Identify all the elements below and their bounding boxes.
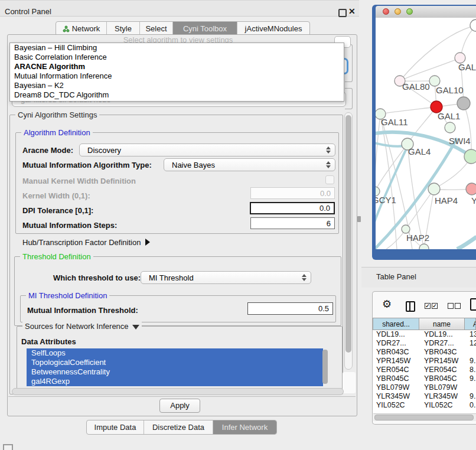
mi-steps-field[interactable]: 6 (250, 217, 335, 229)
network-canvas[interactable]: GALGAL80GAL10GAL1GAL11SWI4GAL4GCY1HAP4YH… (376, 18, 476, 249)
close-traffic-light-icon[interactable] (383, 8, 389, 15)
table-row[interactable]: YDL19...YDL19...13 (373, 330, 476, 339)
table-row[interactable]: YDR27...YDR27...12 (373, 339, 476, 348)
network-node[interactable] (470, 19, 476, 31)
node-label: SWI4 (449, 136, 471, 146)
sources-group-toggle[interactable]: Sources for Network Inference (22, 322, 142, 331)
mi-threshold-field[interactable]: 0.5 (247, 302, 333, 315)
data-attribute-item[interactable]: gal4RGexp (27, 377, 323, 386)
table-cell (465, 348, 476, 357)
table-cell: YER054C (419, 366, 465, 374)
table-cell: 13 (465, 330, 476, 339)
network-view-window[interactable]: GALGAL80GAL10GAL1GAL11SWI4GAL4GCY1HAP4YH… (372, 5, 476, 260)
tab-network[interactable]: Network (56, 22, 107, 35)
table-row[interactable]: YBR045CYBR045C9. (373, 374, 476, 383)
collapse-arrow-icon (132, 325, 139, 330)
network-node[interactable] (428, 183, 440, 195)
network-node[interactable] (445, 122, 455, 133)
table-row[interactable]: YLR345WYLR345W9. (373, 392, 476, 401)
settings-scrollbar-thumb[interactable] (345, 115, 351, 353)
table-row[interactable]: YBL079WYBL079W (373, 383, 476, 392)
algorithm-option[interactable]: ARACNE Algorithm (10, 62, 344, 71)
column-header[interactable]: shared... (373, 318, 419, 330)
tab-bar-bottom: Impute DataDiscretize DataInfer Network (86, 420, 277, 435)
attributes-scrollbar-thumb[interactable] (322, 350, 328, 384)
algorithm-definition-title: Algorithm Definition (21, 128, 93, 137)
which-threshold-combo[interactable]: MI Threshold (141, 271, 311, 284)
table-cell: YDL19... (419, 330, 465, 339)
table-row[interactable]: YBR043CYBR043C (373, 348, 476, 357)
algorithm-option[interactable]: Bayesian – Hill Climbing (10, 43, 344, 53)
horizontal-scrollbar[interactable] (12, 388, 344, 395)
mi-type-combo[interactable]: Naive Bayes (164, 158, 335, 171)
table-cell: YLR345W (419, 392, 465, 401)
close-icon[interactable]: ✕ (348, 6, 356, 16)
apply-button[interactable]: Apply (159, 399, 200, 413)
manual-kernel-label: Manual Kernel Width Definition (22, 177, 136, 185)
algorithm-option[interactable]: Bayesian – K2 (10, 81, 344, 90)
tab-impute-data[interactable]: Impute Data (87, 420, 144, 434)
node-label: HAP4 (435, 195, 458, 206)
table-panel-title: Table Panel (376, 272, 416, 281)
float-panel-icon[interactable] (338, 9, 347, 17)
combo-arrows-icon (302, 274, 307, 281)
gear-icon[interactable]: ⚙ (382, 299, 392, 309)
network-node[interactable] (402, 225, 410, 233)
table-row[interactable]: YER054CYER054C8. (373, 366, 476, 374)
column-header[interactable]: A (465, 318, 476, 330)
table-cell: 0. (465, 401, 476, 410)
select-all-checkbox-icon[interactable]: ✓ (432, 303, 438, 309)
data-attributes-label: Data Attributes (21, 337, 76, 346)
network-node[interactable] (419, 244, 429, 249)
data-attributes-list: SelfLoopsTopologicalCoefficientBetweenne… (27, 348, 323, 386)
which-threshold-label: Which threshold to use: (53, 273, 141, 282)
algorithm-option[interactable]: Mutual Information Inference (10, 71, 344, 81)
aracne-mode-combo[interactable]: Discovery (79, 144, 335, 156)
scrollbar-corner (343, 372, 356, 393)
tab-label: Cyni Toolbox (183, 24, 227, 33)
combo-arrows-icon (326, 146, 331, 154)
table-cell: YBR043C (419, 348, 465, 357)
data-attribute-item[interactable]: SelfLoops (27, 348, 323, 358)
table-row[interactable]: YIL052CYIL052C0. (373, 401, 476, 410)
split-handle[interactable] (357, 216, 361, 222)
tab-jactivemnodules[interactable]: jActiveMNodules (237, 22, 309, 35)
network-node[interactable] (457, 97, 470, 110)
new-table-icon[interactable] (470, 298, 476, 311)
table-hscrollbar-thumb[interactable] (374, 415, 474, 420)
tab-infer-network[interactable]: Infer Network (213, 420, 276, 434)
table-row[interactable]: YPR145WYPR145W9. (373, 357, 476, 366)
manual-kernel-checkbox[interactable] (325, 175, 334, 184)
node-label: GAL80 (402, 81, 430, 92)
tab-discretize-data[interactable]: Discretize Data (144, 420, 213, 434)
network-node[interactable] (464, 149, 476, 164)
select-all-checkbox-icon[interactable]: ✓ (425, 303, 431, 309)
tab-style[interactable]: Style (107, 22, 140, 35)
node-label: GAL (458, 62, 476, 72)
kernel-width-field[interactable]: 0.0 (250, 187, 335, 199)
minimize-traffic-light-icon[interactable] (395, 8, 401, 15)
minimized-panel-icon[interactable] (3, 444, 13, 450)
table-cell: 12 (465, 339, 476, 348)
data-attribute-item[interactable]: TopologicalCoefficient (27, 358, 323, 367)
column-layout-icon[interactable] (406, 301, 415, 312)
hub-definition-toggle[interactable]: Hub/Transcription Factor Definition (22, 238, 150, 247)
sources-group-title: Sources for Network Inference (25, 322, 129, 331)
table-cell: YBR045C (373, 374, 419, 383)
dpi-tolerance-field[interactable]: 0.0 (250, 202, 335, 214)
network-window-titlebar[interactable] (376, 6, 476, 18)
column-header[interactable]: name (419, 318, 465, 330)
zoom-traffic-light-icon[interactable] (406, 8, 413, 15)
table-cell: YBL079W (419, 383, 465, 392)
node-label: GCY1 (376, 195, 396, 205)
deselect-all-checkbox-icon[interactable] (448, 303, 454, 309)
algorithm-option[interactable]: Basic Correlation Inference (10, 53, 344, 62)
table-cell: 9. (465, 357, 476, 366)
data-attribute-item[interactable]: BetweennessCentrality (27, 367, 323, 377)
tab-select[interactable]: Select (140, 22, 173, 35)
control-panel-titlebar (0, 0, 359, 17)
tab-cyni-toolbox[interactable]: Cyni Toolbox (173, 22, 237, 35)
network-node[interactable] (466, 183, 476, 195)
deselect-all-checkbox-icon[interactable] (455, 303, 461, 309)
algorithm-option[interactable]: Dream8 DC_TDC Algorithm (10, 90, 344, 100)
